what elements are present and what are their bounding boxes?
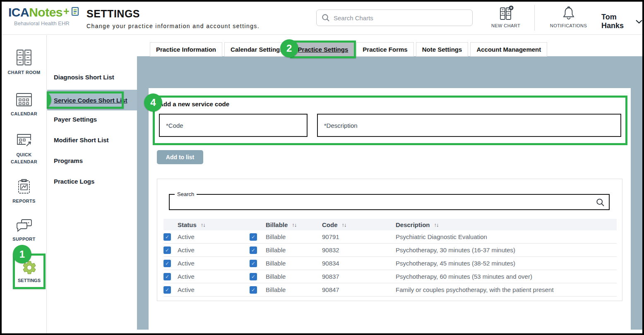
user-menu[interactable]: Tom Hanks <box>601 13 642 30</box>
sort-icon[interactable]: ↑↓ <box>201 222 205 228</box>
description-cell: Psychotherapy, 45 minutes (38-52 minutes… <box>396 260 617 267</box>
main-sidebar: CHART ROOM CALENDAR <box>2 35 47 333</box>
tab-practice-settings[interactable]: 2 Practice Settings <box>292 42 355 57</box>
sidebar-label-reports: REPORTS <box>7 198 41 205</box>
search-icon <box>322 14 330 22</box>
menu-item-diagnosis-short-list[interactable]: Diagnosis Short List <box>47 74 137 81</box>
table-header-row: Status↑↓ Billable↑↓ Code↑↓ Description↑↓ <box>163 219 617 230</box>
page-title: SETTINGS <box>87 8 140 20</box>
code-field[interactable] <box>159 114 308 137</box>
sidebar-label-settings: SETTINGS <box>18 278 41 283</box>
code-cell: 90834 <box>322 260 396 267</box>
new-chart-label: NEW CHART <box>491 23 520 28</box>
sidebar-item-quick-calendar[interactable]: QUICK CALENDAR <box>2 132 46 165</box>
tab-label: Practice Forms <box>363 46 407 53</box>
tab-practice-information[interactable]: Practice Information <box>150 42 222 57</box>
support-icon <box>15 218 33 233</box>
notifications-button[interactable]: NOTIFICATIONS <box>549 5 588 28</box>
menu-label: Practice Logs <box>54 178 94 185</box>
status-checkbox[interactable]: ✓ <box>163 233 171 241</box>
bell-icon <box>562 5 576 21</box>
new-chart-button[interactable]: NEW CHART <box>491 5 520 28</box>
billable-checkbox[interactable]: ✓ <box>250 246 257 254</box>
status-checkbox[interactable]: ✓ <box>163 273 171 280</box>
tab-calendar-settings[interactable]: Calendar Settings <box>224 42 290 57</box>
billable-checkbox[interactable]: ✓ <box>250 286 257 294</box>
billable-checkbox[interactable]: ✓ <box>250 273 257 280</box>
quick-calendar-icon <box>15 132 33 148</box>
description-field[interactable] <box>317 114 621 137</box>
billable-cell: Billable <box>266 260 322 267</box>
table-row: ✓ Active ✓ Billable 90837 Psychotherapy,… <box>163 270 617 283</box>
header-divider <box>534 5 535 31</box>
reports-icon <box>16 178 32 195</box>
logo-tagline: Behavioral Health EHR <box>14 20 80 26</box>
annotation-circle-4: 4 <box>144 93 162 112</box>
table-row: ✓ Active ✓ Billable 90791 Psychiatric Di… <box>163 230 617 244</box>
menu-item-payer-settings[interactable]: Payer Settings <box>47 116 137 123</box>
sort-icon[interactable]: ↑↓ <box>292 222 296 228</box>
sidebar-item-chart-room[interactable]: CHART ROOM <box>2 49 46 76</box>
status-checkbox[interactable]: ✓ <box>163 286 171 294</box>
sidebar-item-support[interactable]: SUPPORT <box>2 218 46 243</box>
menu-label: Service Codes Short List <box>54 97 127 104</box>
description-cell: Psychiatric Diagnostic Evaluation <box>396 233 617 240</box>
description-input[interactable] <box>324 122 614 129</box>
code-input[interactable] <box>166 122 300 129</box>
new-chart-icon <box>497 5 514 21</box>
menu-label: Diagnosis Short List <box>54 74 114 81</box>
add-to-list-button[interactable]: Add to list <box>157 150 203 164</box>
logo-plus-text: + <box>63 6 70 17</box>
search-charts-box[interactable] <box>316 10 473 26</box>
calendar-icon <box>15 92 33 108</box>
table-search-icon[interactable] <box>596 198 605 207</box>
logo-notes-text: Notes <box>29 6 62 19</box>
practice-settings-panel: 4 Add a new service code Add to list <box>149 88 631 335</box>
top-header: ICANotes+ Behavioral Health EHR SETTINGS… <box>2 2 642 35</box>
user-name: Tom Hanks <box>601 13 631 30</box>
menu-item-service-codes-short-list[interactable]: 3 Service Codes Short List <box>47 90 137 110</box>
add-service-code-fields <box>159 114 621 137</box>
table-search-input[interactable] <box>173 196 591 208</box>
sidebar-item-settings[interactable]: 1 SETTINGS <box>13 254 46 289</box>
tab-account-management[interactable]: Account Management <box>470 42 547 57</box>
table-search-box[interactable]: Search <box>169 194 610 210</box>
notifications-label: NOTIFICATIONS <box>550 23 587 28</box>
table-row: ✓ Active ✓ Billable 90834 Psychotherapy,… <box>163 257 617 270</box>
billable-checkbox[interactable]: ✓ <box>250 260 257 267</box>
billable-cell: Billable <box>266 273 322 280</box>
menu-item-modifier-short-list[interactable]: Modifier Short List <box>47 136 137 144</box>
annotation-circle-2: 2 <box>280 39 298 57</box>
settings-tabs: Practice Information Calendar Settings 2… <box>150 42 547 57</box>
sort-icon[interactable]: ↑↓ <box>342 222 346 228</box>
menu-item-practice-logs[interactable]: Practice Logs <box>47 178 137 185</box>
sort-icon[interactable]: ↑↓ <box>434 222 439 228</box>
main-content-area: Practice Information Calendar Settings 2… <box>137 35 642 333</box>
tab-label: Account Management <box>476 46 541 53</box>
sidebar-item-calendar[interactable]: CALENDAR <box>2 92 46 117</box>
icanotes-logo[interactable]: ICANotes+ Behavioral Health EHR <box>8 6 80 26</box>
tab-practice-forms[interactable]: Practice Forms <box>356 42 413 57</box>
status-checkbox[interactable]: ✓ <box>163 260 171 267</box>
logo-document-icon <box>70 6 80 17</box>
settings-submenu: Diagnosis Short List 3 Service Codes Sho… <box>47 35 137 333</box>
annotation-circle-1: 1 <box>13 245 31 263</box>
tab-label: Practice Information <box>156 46 216 53</box>
tab-note-settings[interactable]: Note Settings <box>416 42 469 57</box>
column-status: Status <box>178 221 197 228</box>
billable-cell: Billable <box>266 286 322 293</box>
logo-ica-text: ICA <box>8 6 29 19</box>
sidebar-item-reports[interactable]: REPORTS <box>2 178 46 205</box>
status-checkbox[interactable]: ✓ <box>163 246 171 254</box>
icanotes-settings-screen: ICANotes+ Behavioral Health EHR SETTINGS… <box>0 0 644 335</box>
billable-cell: Billable <box>266 233 322 240</box>
billable-checkbox[interactable]: ✓ <box>250 233 257 241</box>
code-cell: 90791 <box>322 233 396 240</box>
menu-item-programs[interactable]: Programs <box>47 157 137 164</box>
tab-label: Practice Settings <box>298 46 348 53</box>
search-charts-input[interactable] <box>334 14 467 22</box>
add-service-code-section: 4 Add a new service code <box>153 96 627 145</box>
tab-label: Note Settings <box>422 46 462 53</box>
status-cell: Active <box>178 273 250 280</box>
menu-label: Payer Settings <box>54 116 97 123</box>
